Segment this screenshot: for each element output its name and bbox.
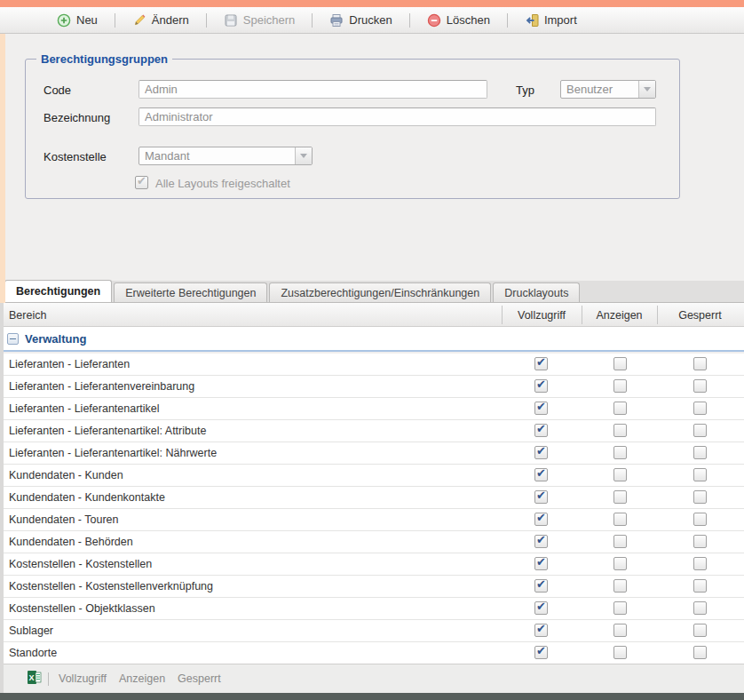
gesperrt-checkbox[interactable] (693, 624, 707, 637)
group-label: Verwaltung (25, 332, 86, 346)
column-header-anzeigen[interactable]: Anzeigen (582, 303, 656, 327)
excel-export-icon[interactable]: X (27, 670, 42, 688)
row-label: Kundendaten - Touren (9, 509, 118, 530)
vollzugriff-checkbox[interactable] (534, 513, 548, 526)
collapse-icon[interactable] (7, 333, 19, 345)
table-row: Kostenstellen - Kostenstellen (0, 553, 744, 576)
record-panel: Berechtigungsgruppen Code Typ Benutzer B… (0, 34, 744, 281)
anzeigen-checkbox[interactable] (613, 424, 627, 437)
vollzugriff-checkbox[interactable] (534, 379, 548, 393)
loeschen-button-label: Löschen (447, 13, 490, 27)
gesperrt-checkbox[interactable] (693, 601, 707, 615)
anzeigen-checkbox[interactable] (613, 513, 627, 526)
column-header-gesperrt[interactable]: Gesperrt (658, 303, 742, 327)
anzeigen-checkbox[interactable] (613, 579, 627, 593)
bezeichnung-label: Bezeichnung (44, 111, 110, 124)
chevron-down-icon[interactable] (638, 81, 655, 98)
status-link-anzeigen[interactable]: Anzeigen (119, 672, 165, 685)
bezeichnung-field[interactable] (139, 107, 656, 126)
typ-select[interactable]: Benutzer (560, 80, 656, 99)
row-label: Kostenstellen - Objektklassen (9, 598, 155, 619)
kostenstelle-select[interactable]: Mandant (139, 147, 313, 165)
tab-berechtigungen[interactable]: Berechtigungen (4, 280, 112, 302)
gesperrt-checkbox[interactable] (693, 446, 707, 459)
group-row-verwaltung[interactable]: Verwaltung (0, 327, 744, 352)
neu-button[interactable]: Neu (48, 10, 107, 31)
code-field[interactable] (139, 80, 487, 99)
anzeigen-checkbox[interactable] (613, 601, 627, 615)
table-header: Bereich Vollzugriff Anzeigen Gesperrt (0, 303, 744, 327)
column-header-bereich[interactable]: Bereich (9, 303, 46, 327)
remove-circle-icon (427, 13, 441, 28)
drucken-button[interactable]: Drucken (321, 10, 400, 31)
vollzugriff-checkbox[interactable] (534, 446, 548, 459)
anzeigen-checkbox[interactable] (613, 557, 627, 570)
vollzugriff-checkbox[interactable] (534, 646, 548, 659)
import-button-label: Import (544, 13, 577, 27)
aendern-button[interactable]: Ändern (123, 10, 198, 31)
printer-icon (329, 13, 344, 28)
gesperrt-checkbox[interactable] (693, 557, 707, 570)
gesperrt-checkbox[interactable] (693, 513, 707, 526)
vollzugriff-checkbox[interactable] (534, 490, 548, 504)
column-header-vollzugriff[interactable]: Vollzugriff (503, 303, 581, 327)
anzeigen-checkbox[interactable] (613, 357, 627, 370)
gesperrt-checkbox[interactable] (693, 646, 707, 659)
column-divider (582, 306, 582, 324)
gesperrt-checkbox[interactable] (693, 490, 707, 504)
left-gutter (0, 303, 4, 693)
row-label: Lieferanten - Lieferantenartikel: Nährwe… (9, 442, 217, 464)
tab-erweiterte-berechtigungen[interactable]: Erweiterte Berechtigungen (114, 282, 267, 302)
anzeigen-checkbox[interactable] (613, 402, 627, 415)
speichern-button[interactable]: Speichern (215, 10, 305, 31)
code-label: Code (44, 84, 71, 97)
typ-select-value: Benutzer (561, 83, 638, 96)
tab-bar: Berechtigungen Erweiterte Berechtigungen… (0, 281, 744, 303)
anzeigen-checkbox[interactable] (613, 446, 627, 459)
tab-label: Berechtigungen (16, 285, 100, 298)
table-row: Lieferanten - Lieferantenartikel: Attrib… (0, 420, 744, 442)
vollzugriff-checkbox[interactable] (534, 579, 548, 593)
anzeigen-checkbox[interactable] (613, 535, 627, 548)
anzeigen-checkbox[interactable] (613, 624, 627, 637)
anzeigen-checkbox[interactable] (613, 468, 627, 481)
anzeigen-checkbox[interactable] (613, 379, 627, 393)
gesperrt-checkbox[interactable] (693, 579, 707, 593)
anzeigen-checkbox[interactable] (613, 646, 627, 659)
vollzugriff-checkbox[interactable] (534, 601, 548, 615)
status-link-vollzugriff[interactable]: Vollzugriff (59, 672, 107, 685)
row-label: Lieferanten - Lieferantenartikel (9, 398, 160, 419)
table-row: Standorte (0, 642, 744, 664)
import-button[interactable]: Import (516, 10, 586, 31)
alle-layouts-checkbox[interactable] (135, 176, 148, 189)
aendern-button-label: Ändern (152, 13, 189, 27)
import-arrow-icon (525, 13, 539, 28)
vollzugriff-checkbox[interactable] (534, 535, 548, 548)
gesperrt-checkbox[interactable] (693, 357, 707, 370)
vollzugriff-checkbox[interactable] (534, 424, 548, 437)
vollzugriff-checkbox[interactable] (534, 624, 548, 637)
gesperrt-checkbox[interactable] (693, 468, 707, 481)
chevron-down-icon[interactable] (295, 147, 312, 164)
table-row: Lieferanten - Lieferantenartikel (0, 398, 744, 420)
tab-drucklayouts[interactable]: Drucklayouts (493, 282, 580, 302)
add-circle-icon (57, 13, 71, 28)
gesperrt-checkbox[interactable] (693, 424, 707, 437)
left-accent-strip (0, 34, 5, 303)
toolbar-separator (206, 13, 207, 28)
vollzugriff-checkbox[interactable] (534, 468, 548, 481)
loeschen-button[interactable]: Löschen (418, 10, 499, 31)
row-label: Kostenstellen - Kostenstellenverknüpfung (9, 576, 213, 597)
anzeigen-checkbox[interactable] (613, 490, 627, 504)
vollzugriff-checkbox[interactable] (534, 557, 548, 570)
status-link-gesperrt[interactable]: Gesperrt (178, 672, 221, 685)
gesperrt-checkbox[interactable] (693, 379, 707, 393)
table-row: Kundendaten - Kunden (0, 465, 744, 487)
pencil-icon (132, 13, 146, 28)
tab-zusatzberechtigungen[interactable]: Zusatzberechtigungen/Einschränkungen (269, 282, 491, 302)
gesperrt-checkbox[interactable] (693, 402, 707, 415)
vollzugriff-checkbox[interactable] (534, 357, 548, 370)
gesperrt-checkbox[interactable] (693, 535, 707, 548)
vollzugriff-checkbox[interactable] (534, 402, 548, 415)
status-bar: X Vollzugriff Anzeigen Gesperrt (0, 664, 744, 693)
